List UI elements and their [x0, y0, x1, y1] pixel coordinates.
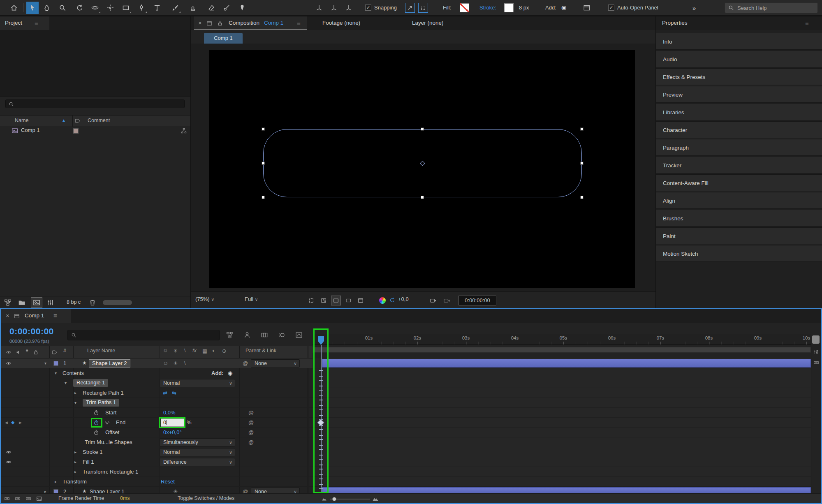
rectangle-path-label[interactable]: Rectangle Path 1	[83, 388, 124, 398]
take-snapshot-icon[interactable]	[430, 297, 437, 304]
horizontal-scrollbar[interactable]	[103, 300, 132, 305]
home-icon[interactable]	[8, 2, 20, 14]
composition-canvas[interactable]	[209, 50, 635, 288]
auto-open-panel-checkbox[interactable]: ✓	[608, 5, 614, 11]
rotation-tool-icon[interactable]	[74, 2, 86, 14]
channel-color-icon[interactable]	[379, 297, 386, 304]
graph-overlay-icon[interactable]	[104, 420, 110, 425]
stopwatch-icon[interactable]	[93, 430, 99, 435]
stroke-color-swatch[interactable]	[504, 3, 514, 12]
track-options-icon[interactable]	[813, 349, 819, 355]
group-row-transform[interactable]: ▸ Transform Reset	[1, 477, 313, 487]
viewer-timecode[interactable]: 0:00:00:00	[458, 296, 496, 305]
twirl-closed-icon[interactable]: ▸	[74, 447, 76, 457]
stroke-label[interactable]: Stroke:	[479, 5, 496, 11]
pen-tool-icon[interactable]	[135, 2, 148, 14]
tab-layer[interactable]: Layer (none)	[412, 20, 444, 26]
offset-value[interactable]: 0x+0,0°	[163, 428, 182, 437]
clone-stamp-tool-icon[interactable]	[187, 2, 199, 14]
tab-project[interactable]: Project ≡	[0, 16, 49, 30]
stroke-label[interactable]: Stroke 1	[83, 447, 102, 457]
eraser-tool-icon[interactable]	[205, 2, 218, 14]
timeline-track-area[interactable]	[313, 358, 811, 493]
panel-item-paint[interactable]: Paint	[656, 227, 822, 244]
view-layout-icon[interactable]	[356, 296, 365, 305]
expand-layer-switches-icon[interactable]	[4, 496, 10, 502]
collapse-switch-icon[interactable]: ☀	[173, 358, 178, 368]
group-row-stroke-1[interactable]: ▸ Stroke 1 Normal∨	[1, 447, 313, 457]
layer-color-chip[interactable]	[53, 361, 58, 366]
panel-item-tracker[interactable]: Tracker	[656, 157, 822, 173]
panel-item-effects-presets[interactable]: Effects & Presets	[656, 68, 822, 85]
twirl-open-icon[interactable]: ▾	[44, 358, 46, 368]
pickwhip-icon[interactable]: @	[248, 418, 254, 427]
new-composition-button[interactable]	[31, 298, 42, 307]
selection-handle[interactable]	[262, 127, 265, 131]
timeline-search-box[interactable]	[67, 330, 220, 340]
transform-rectangle-label[interactable]: Transform: Rectangle 1	[83, 467, 138, 476]
close-tab-icon[interactable]: ×	[198, 19, 202, 26]
project-flowchart-icon[interactable]	[4, 299, 12, 306]
trim-multiple-dropdown[interactable]: Simultaneously∨	[160, 438, 235, 446]
project-settings-icon[interactable]	[47, 299, 54, 306]
group-row-rectangle-path-1[interactable]: ▸ Rectangle Path 1 ⇄ ⇆	[1, 388, 313, 398]
panel-item-brushes[interactable]: Brushes	[656, 210, 822, 227]
column-comment-label[interactable]: Comment	[88, 118, 110, 123]
eye-icon[interactable]	[6, 459, 12, 465]
contents-label[interactable]: Contents	[63, 368, 84, 378]
parent-link-dropdown[interactable]: None∨	[251, 359, 300, 368]
expand-in-out-icon[interactable]	[25, 496, 31, 502]
twirl-open-icon[interactable]: ▾	[55, 368, 57, 378]
graph-editor-icon[interactable]	[295, 331, 303, 339]
zoom-out-mountain-icon[interactable]	[322, 496, 327, 502]
expand-transfer-controls-icon[interactable]	[15, 496, 21, 502]
current-time-display[interactable]: 0:00:00:00	[9, 326, 54, 336]
frame-blending-icon[interactable]	[261, 331, 268, 339]
panel-item-align[interactable]: Align	[656, 192, 822, 209]
panel-menu-icon[interactable]: ≡	[53, 312, 57, 319]
panel-item-character[interactable]: Character	[656, 121, 822, 138]
add-shape-menu-icon[interactable]: ◉	[228, 368, 232, 378]
selection-handle[interactable]	[421, 127, 424, 131]
group-row-fill-1[interactable]: ▸ Fill 1 Difference∨	[1, 457, 313, 467]
pickwhip-icon[interactable]: @	[248, 408, 254, 417]
region-of-interest-icon[interactable]	[307, 296, 316, 305]
toggle-switches-modes-button[interactable]: Toggle Switches / Modes	[178, 495, 234, 501]
column-divider[interactable]	[72, 116, 73, 127]
hand-tool-icon[interactable]	[41, 2, 53, 14]
panel-menu-icon[interactable]: ≡	[805, 19, 809, 26]
panel-item-content-aware-fill[interactable]: Content-Aware Fill	[656, 174, 822, 191]
eye-icon[interactable]	[6, 361, 12, 366]
help-search-box[interactable]	[725, 2, 818, 13]
group-row-trim-paths-1[interactable]: ▾ Trim Paths 1	[1, 398, 313, 408]
comp-mini-icon[interactable]	[36, 496, 42, 502]
shy-switch-icon[interactable]: ☺	[163, 358, 168, 368]
start-label[interactable]: Start	[105, 408, 116, 417]
property-row-trim-multiple-shapes[interactable]: Trim Mu...le Shapes Simultaneously∨ @	[1, 437, 313, 447]
rectangle1-blend-mode-dropdown[interactable]: Normal∨	[160, 379, 235, 387]
add-menu-icon[interactable]: ◉	[561, 4, 566, 11]
show-snapshot-icon[interactable]	[443, 297, 451, 304]
twirl-closed-icon[interactable]: ▸	[55, 477, 57, 486]
rectangle-1-label[interactable]: Rectangle 1	[73, 379, 108, 387]
rectangle-tool-icon[interactable]	[120, 2, 132, 14]
motion-blur-icon[interactable]	[278, 331, 285, 339]
start-value[interactable]: 0,0%	[163, 408, 176, 417]
comp-viewer-subtab[interactable]: Comp 1	[204, 33, 243, 44]
layer-row-shape-layer-2[interactable]: ▾ 1 ★ Shape Layer 2 ☺ ☀ \ @ None∨	[1, 358, 313, 368]
brush-tool-icon[interactable]	[169, 2, 181, 14]
twirl-closed-icon[interactable]: ▸	[74, 457, 76, 467]
twirl-open-icon[interactable]: ▾	[65, 378, 67, 388]
lock-icon[interactable]	[217, 21, 223, 26]
project-item-row[interactable]: Comp 1	[0, 126, 190, 135]
next-keyframe-icon[interactable]: ▶	[19, 418, 22, 428]
parent-pickwhip-icon[interactable]: @	[243, 358, 248, 368]
work-area-bar[interactable]	[313, 347, 811, 353]
roto-brush-tool-icon[interactable]	[220, 2, 233, 14]
transform-label[interactable]: Transform	[63, 477, 87, 486]
group-row-rectangle-1[interactable]: ▾ Rectangle 1 Normal∨	[1, 378, 313, 388]
tab-composition[interactable]: × Composition Comp 1 ≡	[194, 16, 307, 30]
label-color-chip[interactable]	[73, 128, 79, 134]
snap-to-features-icon[interactable]	[405, 3, 415, 13]
composition-mini-flowchart-icon[interactable]	[226, 331, 234, 339]
